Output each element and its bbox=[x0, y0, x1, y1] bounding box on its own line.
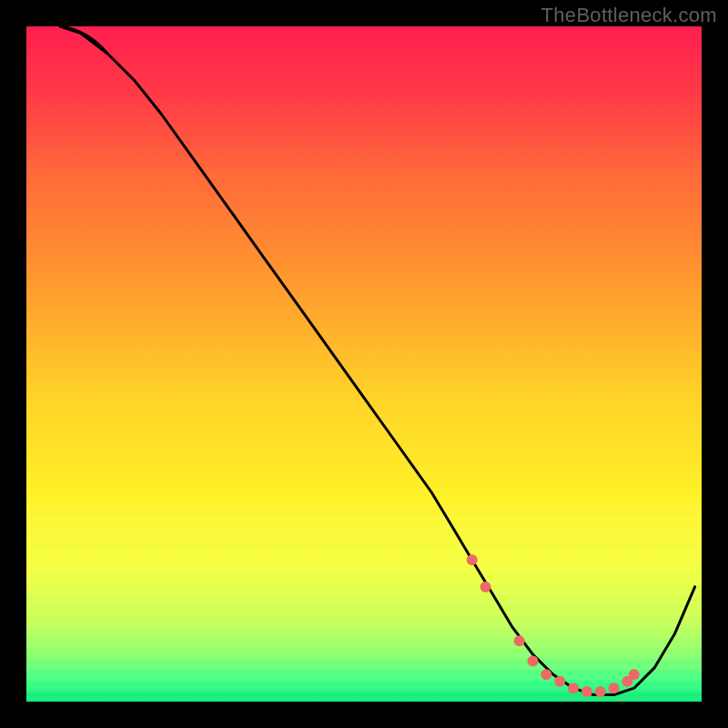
stripe-row bbox=[26, 558, 702, 563]
stripe-row bbox=[26, 515, 702, 521]
stripe-row bbox=[26, 632, 702, 638]
stripe-row bbox=[26, 579, 702, 584]
stripe-row bbox=[26, 670, 702, 675]
stripe-row bbox=[26, 627, 702, 632]
stripe-row bbox=[26, 584, 702, 590]
stripe-row bbox=[26, 681, 702, 686]
highlight-marker bbox=[609, 682, 620, 693]
stripe-row bbox=[26, 504, 702, 510]
stripe-row bbox=[26, 573, 702, 579]
watermark-text: TheBottleneck.com bbox=[541, 4, 717, 27]
highlight-marker bbox=[595, 686, 606, 697]
highlight-marker bbox=[514, 635, 525, 646]
stripe-row bbox=[26, 653, 702, 659]
stripe-row bbox=[26, 611, 702, 616]
stripe-row bbox=[26, 569, 702, 574]
stripe-row bbox=[26, 531, 702, 537]
stripe-row bbox=[26, 595, 702, 601]
stripe-row bbox=[26, 541, 702, 547]
stripe-row bbox=[26, 499, 702, 504]
stripe-row bbox=[26, 601, 702, 606]
stripe-row bbox=[26, 622, 702, 627]
highlight-marker bbox=[528, 656, 539, 667]
plot-area bbox=[26, 26, 702, 702]
stripe-row bbox=[26, 552, 702, 558]
stripe-row bbox=[26, 675, 702, 681]
stripe-row bbox=[26, 563, 702, 569]
stripe-row bbox=[26, 606, 702, 612]
stripe-row bbox=[26, 643, 702, 649]
chart-frame: TheBottleneck.com bbox=[0, 0, 728, 728]
highlight-marker bbox=[541, 669, 551, 680]
highlight-marker bbox=[581, 686, 592, 697]
stripe-row bbox=[26, 616, 702, 622]
highlight-marker bbox=[629, 669, 640, 680]
highlight-marker bbox=[480, 581, 491, 592]
highlight-marker bbox=[568, 682, 579, 693]
plot-svg bbox=[26, 26, 702, 702]
stripe-row bbox=[26, 638, 702, 643]
stripe-row bbox=[26, 648, 702, 653]
stripe-row bbox=[26, 696, 702, 702]
highlight-marker bbox=[467, 554, 478, 565]
stripe-row bbox=[26, 521, 702, 526]
stripe-row bbox=[26, 526, 702, 531]
stripe-row bbox=[26, 590, 702, 595]
stripe-row bbox=[26, 659, 702, 664]
stripe-row bbox=[26, 547, 702, 552]
stripe-row bbox=[26, 664, 702, 670]
stripe-row bbox=[26, 536, 702, 541]
stripe-row bbox=[26, 510, 702, 515]
highlight-marker bbox=[554, 676, 565, 687]
